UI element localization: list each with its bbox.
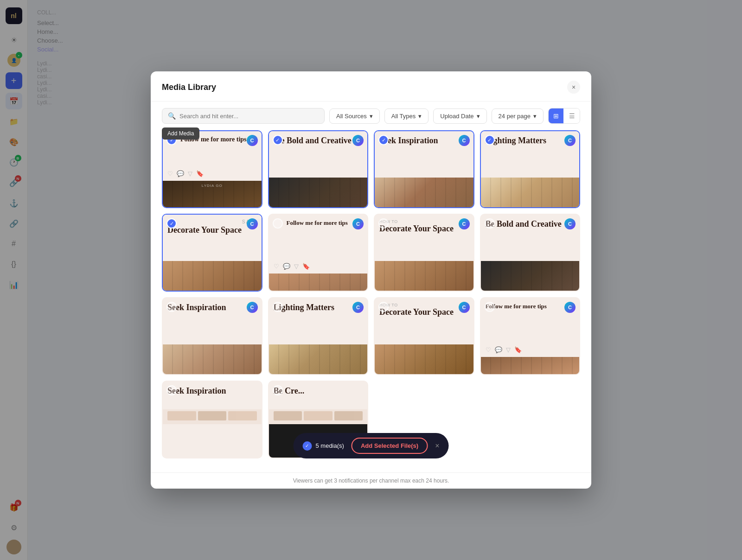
select-check-6[interactable] — [273, 218, 283, 229]
media-library-modal: Media Library × 🔍 All Sources ▾ All Type… — [151, 71, 591, 489]
card-title-10: Lighting Matters — [274, 303, 363, 313]
select-check-11[interactable] — [378, 302, 389, 312]
media-card-6[interactable]: C Follow me for more tips ♡ 💬 ▽ 🔖 — [268, 214, 369, 292]
chevron-down-icon-2: ▾ — [418, 113, 422, 120]
source-badge-9: C — [247, 302, 258, 313]
per-page-filter[interactable]: 24 per page ▾ — [492, 108, 544, 124]
per-page-label: 24 per page — [499, 113, 531, 120]
card-title-8: Be Bold and Creative — [486, 219, 575, 229]
selection-check-icon: ✓ — [302, 441, 312, 451]
card-title-14: Be Cre... — [274, 386, 363, 396]
comment-icon[interactable]: 💬 — [177, 170, 184, 177]
media-card-2[interactable]: ✓ C Be Bold and Creative DECORATING IS A… — [268, 130, 369, 208]
source-badge-12: C — [564, 302, 576, 313]
search-input[interactable] — [179, 113, 272, 120]
filter-icon-2[interactable]: ▽ — [294, 263, 299, 270]
media-card-13[interactable]: Seek Inspiration — [162, 381, 262, 458]
card-title-2: Be Bold and Creative — [274, 136, 363, 146]
search-box[interactable]: 🔍 — [162, 108, 325, 124]
select-check-5[interactable]: ✓ — [166, 218, 177, 229]
bookmark-icon-2[interactable]: 🔖 — [302, 263, 310, 270]
types-filter[interactable]: All Types ▾ — [384, 108, 429, 124]
list-view-button[interactable]: ☰ — [564, 108, 580, 123]
heart-icon[interactable]: ♡ — [167, 170, 173, 177]
comment-icon-3[interactable]: 💬 — [495, 346, 502, 353]
card-title-12: Follow me for more tips — [486, 303, 575, 310]
chevron-down-icon: ▾ — [370, 113, 373, 120]
modal-toolbar: 🔍 All Sources ▾ All Types ▾ Upload Date … — [151, 102, 591, 130]
source-badge-7: C — [459, 218, 470, 229]
add-media-tooltip: Add Media — [162, 127, 199, 140]
card-image-2 — [269, 178, 368, 208]
card-actions-12: ♡ 💬 ▽ 🔖 — [481, 344, 580, 357]
card-image-3 — [375, 178, 473, 208]
card-image-8 — [481, 261, 580, 292]
modal-overlay: Media Library × 🔍 All Sources ▾ All Type… — [0, 0, 742, 560]
media-card-5[interactable]: ✓ C S A SD Decorate Your Space Lydia Myb… — [162, 214, 262, 292]
card-actions-6: ♡ 💬 ▽ 🔖 — [269, 261, 368, 274]
filter-icon-3[interactable]: ▽ — [506, 346, 511, 353]
media-card-7[interactable]: C HOW TO Decorate Your Space Lydia Mybra… — [374, 214, 474, 292]
card-pattern-13 — [163, 409, 262, 424]
grid-view-button[interactable]: ⊞ — [549, 108, 563, 123]
heart-icon-3[interactable]: ♡ — [486, 346, 491, 353]
card-title-6: Follow me for more tips — [274, 219, 363, 227]
select-check-7[interactable] — [378, 218, 389, 229]
selection-count: ✓ 5 media(s) — [302, 441, 344, 451]
bookmark-icon-3[interactable]: 🔖 — [514, 346, 522, 353]
media-card-8[interactable]: C Be Bold and Creative DECORATING IS AN … — [480, 214, 581, 292]
card-image-7 — [375, 261, 473, 292]
source-badge-1: C — [247, 135, 258, 146]
media-card-4[interactable]: ✓ C Lighting Matters INSTALL A MIX OF LI… — [480, 130, 581, 208]
bookmark-icon[interactable]: 🔖 — [196, 170, 204, 177]
card-pattern-14 — [269, 409, 368, 424]
sort-filter[interactable]: Upload Date ▾ — [433, 108, 486, 124]
select-check-8[interactable] — [485, 218, 495, 229]
select-check-13[interactable] — [166, 385, 177, 395]
chevron-down-icon-3: ▾ — [477, 113, 480, 120]
source-badge-8: C — [564, 218, 576, 229]
add-selected-files-button[interactable]: Add Selected File(s) — [352, 438, 428, 454]
media-card-9[interactable]: C Seek Inspiration BROWSE INTERIOR DESIG… — [162, 297, 262, 375]
card-image-11 — [375, 344, 473, 375]
select-check-3[interactable]: ✓ — [378, 135, 389, 145]
card-how-to-11: HOW TO — [379, 303, 469, 307]
card-title-13: Seek Inspiration — [167, 386, 257, 396]
selection-close-button[interactable]: × — [435, 442, 439, 450]
media-card-12[interactable]: C Follow me for more tips ♡ 💬 ▽ 🔖 — [480, 297, 581, 375]
modal-title: Media Library — [162, 83, 216, 92]
media-card-1[interactable]: ✓ C Follow me for more tips ♡ 💬 ▽ 🔖 LYDI… — [162, 130, 262, 208]
select-check-9[interactable] — [166, 302, 177, 312]
media-card-3[interactable]: ✓ C Seek Inspiration BROWSE INTERIOR DES… — [374, 130, 474, 208]
source-badge-2: C — [352, 135, 364, 146]
selection-bar: ✓ 5 media(s) Add Selected File(s) × — [293, 433, 448, 458]
select-check-14[interactable] — [273, 385, 283, 395]
source-badge-11: C — [459, 302, 470, 313]
card-image-10 — [269, 344, 368, 375]
select-check-4[interactable]: ✓ — [485, 135, 495, 145]
select-check-12[interactable] — [485, 302, 495, 312]
selection-bar-container: ✓ 5 media(s) Add Selected File(s) × — [151, 468, 591, 472]
card-image-9 — [163, 344, 262, 375]
modal-close-button[interactable]: × — [567, 81, 580, 94]
heart-icon-2[interactable]: ♡ — [274, 263, 279, 270]
select-check-10[interactable] — [273, 302, 283, 312]
card-image-4 — [481, 178, 580, 208]
sort-filter-label: Upload Date — [440, 113, 473, 120]
filter-icon[interactable]: ▽ — [188, 170, 192, 177]
sources-filter[interactable]: All Sources ▾ — [329, 108, 380, 124]
media-card-11[interactable]: C HOW TO Decorate Your Space Lydia Mybra… — [374, 297, 474, 375]
view-toggle: ⊞ ☰ — [548, 108, 580, 124]
card-image-6 — [269, 274, 368, 292]
card-subtitle-5: S A SD — [167, 219, 257, 224]
card-watermark-1: LYDIA GO — [202, 184, 223, 188]
media-card-10[interactable]: C Lighting Matters INSTALL A MIX OF LIGH… — [268, 297, 369, 375]
source-badge-6: C — [352, 218, 364, 229]
modal-header: Media Library × — [151, 71, 591, 102]
card-image-1: LYDIA GO — [163, 181, 262, 208]
comment-icon-2[interactable]: 💬 — [283, 263, 290, 270]
sources-filter-label: All Sources — [336, 113, 367, 120]
source-badge-4: C — [564, 135, 576, 146]
media-grid: ✓ C Follow me for more tips ♡ 💬 ▽ 🔖 LYDI… — [151, 130, 591, 468]
select-check-2[interactable]: ✓ — [273, 135, 283, 145]
